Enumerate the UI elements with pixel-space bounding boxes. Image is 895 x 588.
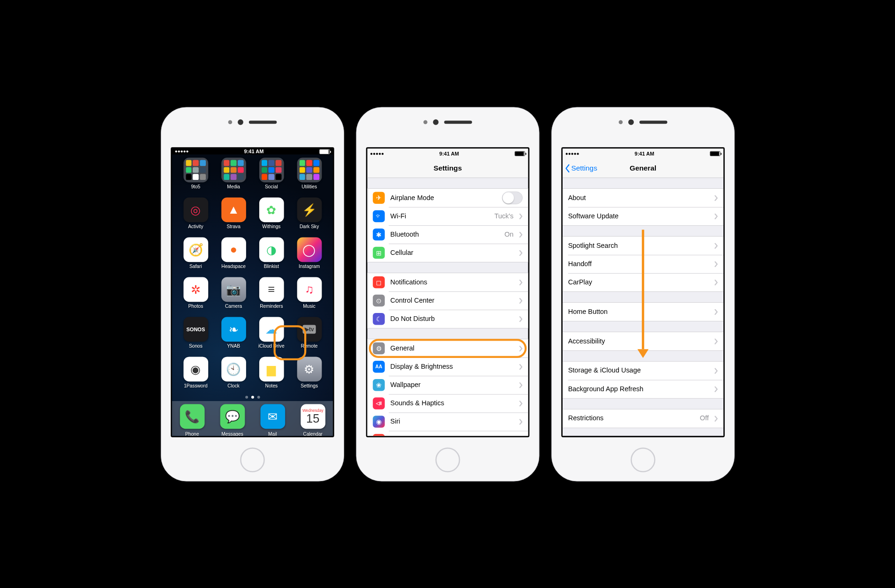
chevron-right-icon [519,213,523,219]
app-label: Sonos [188,343,202,349]
settings-row-sounds-haptics[interactable]: ◁⦀Sounds & Haptics [367,394,528,412]
chevron-right-icon [714,279,718,285]
settings-row-siri[interactable]: ◉Siri [367,412,528,431]
app-camera[interactable]: 📷Camera [214,277,252,316]
status-time: 9:41 AM [244,148,263,154]
dock-app-messages[interactable]: 💬Messages [220,404,245,437]
settings-row-display-brightness[interactable]: AADisplay & Brightness [367,357,528,376]
dock-app-phone[interactable]: 📞Phone [180,404,204,437]
row-label: Bluetooth [390,231,498,238]
settings-row-wi-fi[interactable]: ᯤWi-FiTuck's [367,207,528,225]
settings-icon: AA [373,360,385,372]
app-instagram[interactable]: ◯Instagram [290,237,328,276]
app-clock[interactable]: 🕙Clock [214,357,252,395]
app-label: Photos [188,303,203,309]
page-dots[interactable] [172,395,332,398]
app-ynab[interactable]: ❧YNAB [214,317,252,356]
folder-social[interactable]: Social [252,157,290,196]
app-reminders[interactable]: ≡Reminders [252,277,290,316]
navbar: Settings [367,159,528,178]
settings-row-control-center[interactable]: ⊙Control Center [367,291,528,310]
chevron-right-icon [519,279,523,285]
app-headspace[interactable]: ●Headspace [214,237,252,276]
app-label: Social [264,184,278,189]
app-notes[interactable]: ▆Notes [252,357,290,395]
app-label: Utilities [301,184,317,189]
app-safari[interactable]: 🧭Safari [177,237,215,276]
settings-row-bluetooth[interactable]: ✱BluetoothOn [367,225,528,243]
row-label: Siri [390,417,513,425]
row-label: Sounds & Haptics [390,399,513,407]
row-label: Software Update [568,212,708,220]
chevron-right-icon [519,382,523,388]
settings-list[interactable]: ✈Airplane ModeᯤWi-FiTuck's✱BluetoothOn⊞C… [367,178,528,436]
app-music[interactable]: ♫Music [290,277,328,316]
app-grid[interactable]: 9to5MediaSocialUtilities◎Activity▲Strava… [172,154,332,395]
dock[interactable]: 📞Phone💬Messages✉MailWednesday15Calendar [172,401,332,437]
status-bar: 9:41 AM [172,148,332,154]
app-label: Camera [225,303,241,309]
toggle[interactable] [502,191,522,204]
chevron-right-icon [714,338,718,344]
app-label: Notes [265,383,278,388]
phone-frame-1: 9:41 AM 9to5MediaSocialUtilities◎Activit… [161,107,344,481]
row-label: Wi-Fi [390,212,489,220]
app-sonos[interactable]: SONOSSonos [177,317,215,356]
app-activity[interactable]: ◎Activity [177,197,215,236]
page-title: Settings [433,164,461,172]
settings-row-airplane-mode[interactable]: ✈Airplane Mode [367,188,528,207]
general-row-storage-icloud-usage[interactable]: Storage & iCloud Usage [562,361,723,380]
app-label: Remote [301,343,317,349]
settings-icon: ☾ [373,313,385,325]
app-settings[interactable]: ⚙Settings [290,357,328,395]
app-label: Withings [262,223,280,229]
home-button[interactable] [631,447,655,472]
settings-row-general[interactable]: ⚙General [367,339,528,357]
row-label: General [390,344,513,352]
home-button[interactable] [240,447,265,472]
chevron-right-icon [519,418,523,424]
folder-media[interactable]: Media [214,157,252,196]
settings-row-wallpaper[interactable]: ❀Wallpaper [367,376,528,394]
row-label: Background App Refresh [568,385,708,393]
app-icloud-drive[interactable]: ☁iCloud Drive [252,317,290,356]
row-label: Cellular [390,249,513,257]
app-label: Messages [221,431,243,437]
app-remote[interactable]: ▶tvRemote [290,317,328,356]
screen-homescreen: 9:41 AM 9to5MediaSocialUtilities◎Activit… [171,147,334,437]
app-blinkist[interactable]: ◑Blinkist [252,237,290,276]
general-list[interactable]: AboutSoftware UpdateSpotlight SearchHand… [562,178,723,436]
back-button[interactable]: Settings [564,164,597,172]
general-row-about[interactable]: About [562,188,723,207]
settings-row-touch-id-passcode[interactable]: ◉Touch ID & Passcode [367,431,528,436]
app-label: Instagram [298,263,319,269]
page-title: General [629,164,656,172]
app-1password[interactable]: ◉1Password [177,357,215,395]
app-dark-sky[interactable]: ⚡Dark Sky [290,197,328,236]
dock-app-calendar[interactable]: Wednesday15Calendar [300,404,325,437]
dock-app-mail[interactable]: ✉Mail [260,404,285,437]
app-withings[interactable]: ✿Withings [252,197,290,236]
folder-utilities[interactable]: Utilities [290,157,328,196]
chevron-right-icon [714,213,718,219]
settings-row-notifications[interactable]: ◻Notifications [367,273,528,291]
general-row-background-app-refresh[interactable]: Background App Refresh [562,380,723,398]
chevron-right-icon [714,242,718,248]
general-row-restrictions[interactable]: RestrictionsOff [562,409,723,427]
phone-frame-2: 9:41 AM Settings ✈Airplane ModeᯤWi-FiTuc… [356,107,539,481]
screen-settings: 9:41 AM Settings ✈Airplane ModeᯤWi-FiTuc… [366,147,529,437]
settings-icon: ❀ [373,379,385,391]
settings-icon: ⊞ [373,246,385,259]
folder-9to5[interactable]: 9to5 [177,157,215,196]
home-button[interactable] [435,447,460,472]
general-row-software-update[interactable]: Software Update [562,207,723,225]
status-time: 9:41 AM [439,150,459,156]
settings-row-do-not-disturb[interactable]: ☾Do Not Disturb [367,310,528,328]
settings-row-cellular[interactable]: ⊞Cellular [367,244,528,262]
settings-icon: ◉ [373,434,385,436]
app-photos[interactable]: ✲Photos [177,277,215,316]
row-value: Off [699,414,708,422]
app-strava[interactable]: ▲Strava [214,197,252,236]
chevron-right-icon [519,345,523,351]
row-label: Do Not Disturb [390,315,513,323]
